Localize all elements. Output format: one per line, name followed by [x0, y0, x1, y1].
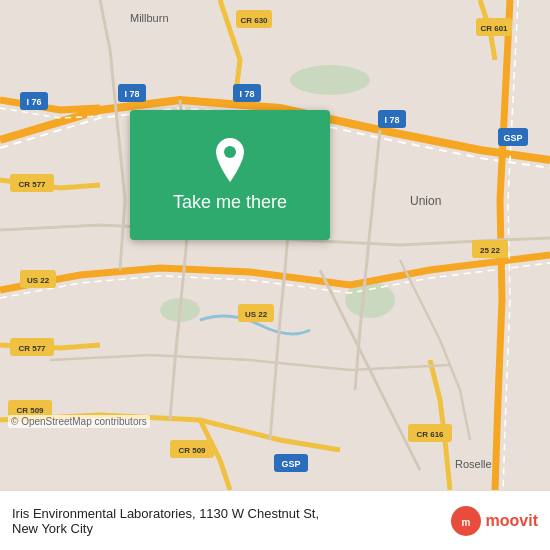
svg-text:CR 509: CR 509: [16, 406, 44, 415]
svg-text:Millburn: Millburn: [130, 12, 169, 24]
moovit-icon: m: [450, 505, 482, 537]
svg-text:US 22: US 22: [245, 310, 268, 319]
moovit-logo: m moovit: [450, 505, 538, 537]
svg-text:m: m: [461, 517, 470, 528]
svg-text:CR 509: CR 509: [178, 446, 206, 455]
svg-text:CR 630: CR 630: [240, 16, 268, 25]
location-info: Iris Environmental Laboratories, 1130 W …: [12, 506, 319, 536]
svg-text:25 22: 25 22: [480, 246, 501, 255]
svg-text:GSP: GSP: [281, 459, 300, 469]
svg-text:I 78: I 78: [384, 115, 399, 125]
svg-point-0: [290, 65, 370, 95]
bottom-bar: Iris Environmental Laboratories, 1130 W …: [0, 490, 550, 550]
svg-text:CR 616: CR 616: [416, 430, 444, 439]
svg-text:Roselle: Roselle: [455, 458, 492, 470]
location-city: New York City: [12, 521, 319, 536]
svg-point-38: [224, 146, 236, 158]
copyright-text: © OpenStreetMap contributors: [8, 415, 150, 428]
map-container: I 76 I 78 I 78 I 78 GSP CR 630 CR 601 CR…: [0, 0, 550, 490]
take-me-there-button[interactable]: Take me there: [130, 110, 330, 240]
svg-text:I 76: I 76: [26, 97, 41, 107]
svg-text:Union: Union: [410, 194, 441, 208]
take-me-label: Take me there: [173, 192, 287, 213]
location-pin-icon: [212, 138, 248, 182]
svg-text:CR 577: CR 577: [18, 344, 46, 353]
svg-text:CR 577: CR 577: [18, 180, 46, 189]
location-name: Iris Environmental Laboratories, 1130 W …: [12, 506, 319, 521]
svg-text:I 78: I 78: [124, 89, 139, 99]
svg-text:I 78: I 78: [239, 89, 254, 99]
moovit-text: moovit: [486, 512, 538, 530]
svg-text:CR 601: CR 601: [480, 24, 508, 33]
svg-text:US 22: US 22: [27, 276, 50, 285]
svg-text:GSP: GSP: [503, 133, 522, 143]
